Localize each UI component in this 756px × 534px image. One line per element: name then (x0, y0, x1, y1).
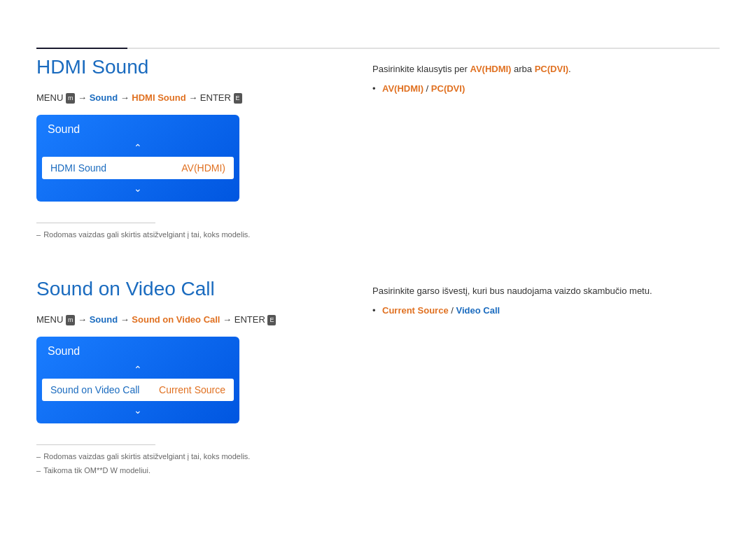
menu-svc: Sound on Video Call (132, 314, 220, 325)
menu-hdmi-sound: HDMI Sound (132, 92, 186, 103)
menu-icon-hdmi: m (66, 93, 76, 104)
hdmi-widget: Sound ⌃ HDMI Sound AV(HDMI) ⌄ (36, 115, 239, 202)
main-content: HDMI Sound MENU m → Sound → HDMI Sound →… (0, 0, 756, 507)
hdmi-list-item-1: AV(HDMI) / PC(DVI) (372, 81, 720, 97)
svc-arrow-down: ⌄ (36, 401, 239, 423)
svc-arrow-up: ⌃ (36, 362, 239, 379)
svc-title: Sound on Video Call (36, 278, 316, 300)
svc-widget: Sound ⌃ Sound on Video Call Current Sour… (36, 337, 239, 423)
menu-icon-svc: m (66, 315, 76, 326)
svc-left: Sound on Video Call MENU m → Sound → Sou… (36, 278, 316, 479)
hdmi-av-span: AV(HDMI) (470, 64, 511, 74)
hdmi-pc-span: PC(DVI) (535, 64, 568, 74)
hdmi-left: HDMI Sound MENU m → Sound → HDMI Sound →… (36, 56, 316, 243)
svc-row-label: Sound on Video Call (50, 384, 139, 395)
enter-icon-hdmi: E (234, 93, 242, 104)
svc-footnote-2: Taikoma tik OM**D W modeliui. (36, 465, 316, 477)
hdmi-divider (36, 223, 155, 223)
hdmi-right: Pasirinkite klausytis per AV(HDMI) arba … (316, 56, 720, 243)
hdmi-footnote-1: Rodomas vaizdas gali skirtis atsižvelgia… (36, 229, 316, 241)
hdmi-widget-row: HDMI Sound AV(HDMI) (42, 157, 234, 179)
hdmi-desc: Pasirinkite klausytis per AV(HDMI) arba … (372, 62, 720, 77)
svc-row-value: Current Source (159, 384, 225, 395)
hdmi-av-option: AV(HDMI) (382, 83, 424, 94)
hdmi-row-label: HDMI Sound (50, 162, 106, 174)
svc-current-source: Current Source (382, 305, 449, 316)
hdmi-title: HDMI Sound (36, 56, 316, 78)
svc-footnote-1: Rodomas vaizdas gali skirtis atsižvelgia… (36, 451, 316, 463)
svc-list: Current Source / Video Call (372, 303, 720, 318)
enter-icon-svc: E (267, 315, 276, 326)
svc-menu-path: MENU m → Sound → Sound on Video Call → E… (36, 313, 316, 327)
hdmi-widget-header: Sound (36, 115, 239, 140)
svc-desc: Pasirinkite garso išvestį, kuri bus naud… (372, 283, 720, 299)
svc-widget-title: Sound (48, 345, 228, 358)
hdmi-row-value: AV(HDMI) (181, 162, 225, 174)
hdmi-pc-option: PC(DVI) (431, 83, 465, 94)
hdmi-menu-path: MENU m → Sound → HDMI Sound → ENTER E (36, 91, 316, 105)
menu-sound-svc: Sound (90, 314, 118, 325)
svc-footer: Rodomas vaizdas gali skirtis atsižvelgia… (36, 444, 316, 477)
top-divider (36, 48, 720, 49)
svc-video-call: Video Call (456, 305, 500, 316)
hdmi-sound-section: HDMI Sound MENU m → Sound → HDMI Sound →… (36, 56, 720, 243)
svc-widget-header: Sound (36, 337, 239, 362)
svc-widget-row: Sound on Video Call Current Source (42, 379, 234, 401)
svc-section: Sound on Video Call MENU m → Sound → Sou… (36, 278, 720, 479)
hdmi-arrow-down: ⌄ (36, 179, 239, 202)
hdmi-arrow-up: ⌃ (36, 140, 239, 157)
svc-divider (36, 444, 155, 445)
hdmi-footer: Rodomas vaizdas gali skirtis atsižvelgia… (36, 223, 316, 241)
svc-list-item-1: Current Source / Video Call (372, 303, 720, 318)
hdmi-list: AV(HDMI) / PC(DVI) (372, 81, 720, 97)
svc-right: Pasirinkite garso išvestį, kuri bus naud… (316, 278, 720, 479)
menu-sound-hdmi: Sound (90, 92, 118, 103)
hdmi-widget-title: Sound (48, 123, 228, 136)
